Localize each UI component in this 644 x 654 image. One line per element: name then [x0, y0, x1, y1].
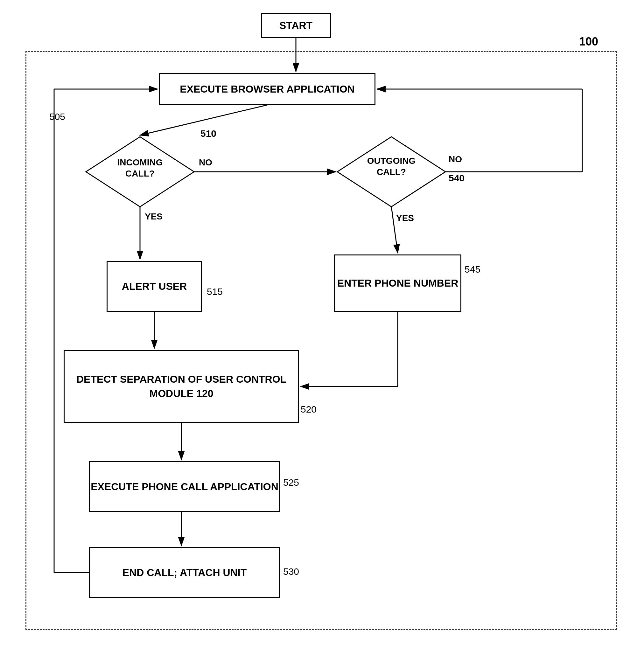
flowchart-page: 100 START EXECUTE BROWSER APPLICATION 50… — [0, 0, 644, 654]
label-515: 515 — [207, 286, 223, 297]
alert-user-box: ALERT USER — [107, 261, 202, 312]
label-100: 100 — [579, 35, 598, 48]
enter-phone-box: ENTER PHONE NUMBER — [334, 255, 461, 312]
start-box: START — [261, 13, 331, 38]
label-525: 525 — [283, 477, 299, 488]
label-520: 520 — [301, 404, 317, 415]
execute-phone-box: EXECUTE PHONE CALL APPLICATION — [89, 461, 280, 512]
label-545: 545 — [464, 264, 480, 275]
detect-separation-box: DETECT SEPARATION OF USER CONTROL MODULE… — [64, 350, 299, 423]
end-call-box: END CALL; ATTACH UNIT — [89, 547, 280, 598]
execute-browser-box: EXECUTE BROWSER APPLICATION — [159, 73, 375, 105]
label-505: 505 — [49, 111, 65, 122]
outer-border-box — [25, 51, 617, 630]
label-530: 530 — [283, 566, 299, 577]
